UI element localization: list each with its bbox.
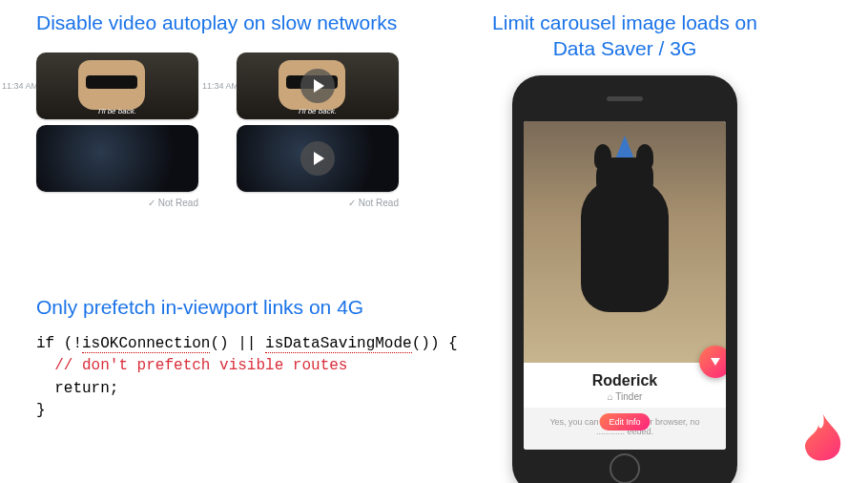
phone-screen: Roderick Tinder Yes, you can .......... … (524, 121, 726, 450)
check-icon: ✓ (348, 198, 356, 208)
code-fn-isok: isOKConnection (82, 335, 210, 353)
code-snippet: if (!isOKConnection() || isDataSavingMod… (36, 333, 456, 422)
profile-photo (524, 121, 726, 363)
code-fn-datasaving: isDataSavingMode (265, 335, 412, 353)
edit-info-button[interactable]: Edit Info (599, 413, 650, 430)
download-fab[interactable] (699, 346, 726, 378)
message-video-2 (36, 125, 198, 192)
check-icon: ✓ (148, 198, 155, 208)
chat-col-disabled: 11:34 AM I'll be back. ✓Not Read (237, 52, 399, 208)
heading-autoplay: Disable video autoplay on slow networks (36, 10, 446, 35)
dog-ear (594, 144, 611, 169)
message-video-4 (237, 125, 399, 192)
flame-icon (801, 414, 845, 466)
section-carousel: Limit carousel image loads on Data Saver… (477, 10, 773, 483)
profile-card: Roderick Tinder (524, 363, 726, 408)
section-prefetch: Only prefetch in-viewport links on 4G if… (36, 294, 456, 422)
profile-sub: Tinder (535, 391, 714, 402)
dog-ear (636, 144, 653, 169)
video-caption: I'll be back. (36, 107, 198, 116)
profile-name: Roderick (535, 372, 714, 389)
chat-mockups: 11:34 AM I'll be back. ✓Not Read 11:34 A… (36, 52, 446, 208)
play-icon[interactable] (300, 69, 335, 103)
message-video-1: I'll be back. (36, 52, 198, 119)
home-button[interactable] (610, 453, 640, 483)
code-return: return; (36, 380, 118, 397)
timestamp-right: 11:34 AM (202, 81, 238, 91)
message-video-3: I'll be back. (237, 52, 399, 119)
heading-prefetch: Only prefetch in-viewport links on 4G (36, 294, 456, 320)
sunglasses-illustration (86, 75, 137, 89)
timestamp-left: 11:34 AM (2, 81, 38, 91)
phone-mockup: Roderick Tinder Yes, you can .......... … (512, 75, 737, 483)
video-caption: I'll be back. (237, 107, 399, 116)
chat-col-autoplay: 11:34 AM I'll be back. ✓Not Read (36, 52, 198, 208)
tinder-flame-icon (801, 414, 845, 466)
phone-speaker (607, 96, 643, 101)
play-icon[interactable] (300, 141, 335, 176)
read-status-right: ✓Not Read (237, 198, 399, 208)
read-status-left: ✓Not Read (36, 198, 198, 208)
section-autoplay: Disable video autoplay on slow networks … (36, 10, 446, 208)
dog-illustration (581, 178, 669, 312)
heading-carousel: Limit carousel image loads on Data Saver… (477, 10, 773, 62)
code-comment: // don't prefetch visible routes (36, 357, 347, 374)
code-brace: } (36, 402, 46, 419)
promo-banner: Yes, you can .......... in your browser,… (524, 408, 726, 450)
